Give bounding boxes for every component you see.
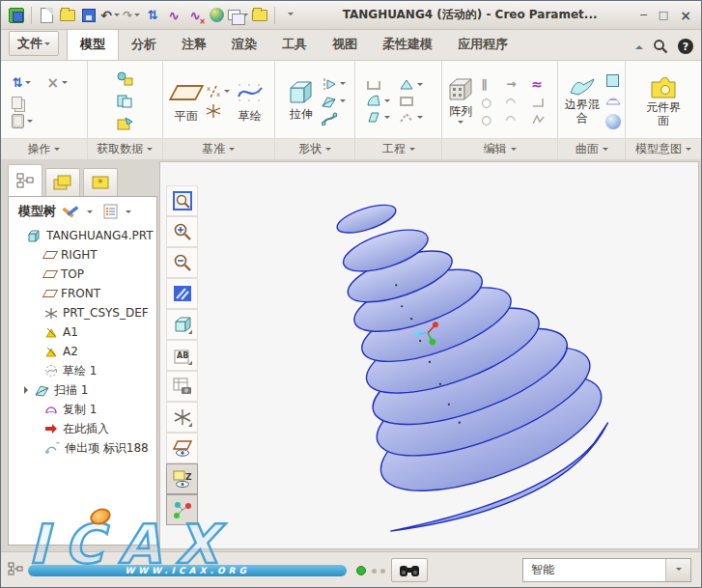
group-label-engineering[interactable]: 工程 — [355, 138, 441, 159]
udf-button[interactable] — [116, 70, 133, 88]
group-label-surfaces[interactable]: 曲面 — [558, 138, 625, 159]
tree-tools-icon[interactable] — [61, 204, 80, 219]
group-label-datum[interactable]: 基准 — [163, 138, 274, 159]
group-label-shapes[interactable]: 形状 — [275, 138, 355, 159]
repaint-button[interactable] — [166, 278, 198, 309]
model-tree-tab[interactable] — [8, 164, 42, 196]
rib-button[interactable] — [399, 112, 432, 124]
tree-item-front[interactable]: FRONT — [9, 284, 156, 303]
tree-item-copy1[interactable]: 复制 1 — [9, 400, 156, 419]
shrinkwrap-button[interactable] — [116, 115, 133, 132]
datum-plane-button[interactable]: 平面 — [170, 77, 203, 126]
find-button[interactable] — [391, 558, 428, 582]
tree-item-sketch1[interactable]: 草绘 1 — [9, 361, 156, 380]
sketch-button[interactable]: 草绘 — [233, 77, 267, 126]
pattern-button[interactable]: 阵列 — [443, 75, 478, 127]
folder-browser-tab[interactable] — [45, 168, 80, 196]
tab-flexible-modeling[interactable]: 柔性建模 — [370, 30, 445, 60]
shell-button[interactable] — [399, 96, 432, 107]
tree-settings-dropdown[interactable] — [126, 210, 131, 216]
component-interface-button[interactable]: 元件界面 — [643, 73, 684, 129]
selection-filter[interactable]: 智能 — [522, 558, 691, 582]
tree-settings-icon[interactable] — [103, 204, 119, 219]
tab-annotate[interactable]: 注释 — [169, 30, 219, 60]
tab-render[interactable]: 渲染 — [219, 30, 269, 60]
file-menu-button[interactable]: 文件 — [9, 31, 59, 56]
group-label-editing[interactable]: 编辑 — [442, 138, 557, 159]
datum-csys-button[interactable] — [206, 103, 230, 119]
tab-view[interactable]: 视图 — [320, 30, 370, 60]
favorites-tab[interactable]: * — [83, 168, 118, 196]
style-button[interactable] — [604, 93, 622, 110]
draft-button[interactable] — [366, 111, 399, 124]
intersect-button[interactable]: ◠ — [506, 113, 531, 126]
csys-display-button[interactable] — [166, 494, 198, 525]
play-regen-button[interactable]: ∿ — [164, 5, 183, 26]
tree-item-insert-here[interactable]: 在此插入 — [9, 419, 156, 438]
paste-button[interactable] — [12, 114, 46, 128]
stop-regen-button[interactable]: ∿× — [185, 5, 205, 26]
hole-button[interactable] — [366, 79, 399, 91]
refit-button[interactable] — [166, 185, 198, 216]
group-label-operations[interactable]: 操作 — [1, 138, 87, 159]
fill-button[interactable] — [604, 72, 622, 90]
appearance-button[interactable] — [207, 5, 226, 26]
tree-item-protrusion[interactable]: "伸出项 标识188 — [9, 438, 156, 458]
copy-button[interactable] — [12, 97, 46, 109]
offset-button[interactable] — [531, 97, 556, 108]
tree-item-a1[interactable]: A1 — [9, 322, 156, 342]
toolbar-overflow-button[interactable] — [280, 5, 299, 26]
display-style-button[interactable] — [166, 309, 198, 340]
freestyle-button[interactable] — [604, 113, 622, 130]
extrude-button[interactable]: 拉伸 — [284, 78, 319, 124]
extend-button[interactable]: → — [506, 77, 531, 91]
selection-filter-dropdown[interactable] — [665, 559, 690, 581]
save-button[interactable] — [79, 5, 98, 26]
navigator-toggle-button[interactable] — [8, 562, 23, 575]
tab-tools[interactable]: 工具 — [269, 30, 320, 60]
tree-item-csys[interactable]: PRT_CSYS_DEF — [9, 303, 156, 322]
expander-icon[interactable] — [24, 386, 32, 394]
group-label-model-intent[interactable]: 模型意图 — [626, 138, 701, 159]
new-file-button[interactable] — [37, 5, 56, 26]
tab-model[interactable]: 模型 — [67, 29, 119, 60]
project-button[interactable]: ≈ — [531, 76, 556, 92]
collapse-ribbon-icon[interactable] — [635, 42, 643, 49]
tag-display-button[interactable]: Z — [166, 463, 198, 494]
group-label-get-data[interactable]: 获取数据 — [88, 138, 162, 159]
undo-button[interactable]: ↶ — [100, 5, 120, 26]
merge-button[interactable]: ◠ — [506, 96, 531, 109]
thicken-button[interactable]: ○ — [481, 113, 506, 126]
close-button[interactable]: × — [680, 8, 691, 23]
boundary-blend-button[interactable]: 边界混合 — [562, 75, 603, 126]
minimize-button[interactable]: ─ — [640, 9, 647, 21]
round-button[interactable] — [366, 95, 399, 107]
open-button[interactable] — [58, 5, 77, 26]
graphics-area[interactable]: AB Z — [159, 161, 699, 549]
maximize-button[interactable]: □ — [659, 9, 668, 21]
datum-axis-button[interactable]: xx — [206, 84, 230, 99]
tree-item-part[interactable]: TANGHUANG4.PRT — [9, 226, 156, 245]
tree-item-sweep1[interactable]: 扫描 1 — [9, 380, 156, 400]
tree-item-right[interactable]: RIGHT — [9, 245, 156, 265]
tree-item-a2[interactable]: A2 — [9, 342, 156, 361]
regenerate-button-qab[interactable]: ⇅ — [143, 5, 162, 26]
plane-display-button[interactable] — [166, 433, 198, 463]
windows-button[interactable] — [228, 5, 248, 26]
delete-button[interactable]: × — [46, 74, 75, 92]
close-window-button[interactable] — [250, 5, 269, 26]
tab-analysis[interactable]: 分析 — [119, 30, 169, 60]
chamfer-button[interactable] — [399, 78, 432, 91]
sweep-button[interactable] — [322, 95, 346, 108]
redo-button[interactable]: ↷ — [122, 5, 141, 26]
search-icon[interactable] — [653, 39, 668, 54]
tab-applications[interactable]: 应用程序 — [445, 30, 520, 60]
copy-geometry-button[interactable] — [116, 93, 133, 110]
tree-item-top[interactable]: TOP — [9, 265, 156, 284]
app-icon[interactable] — [7, 5, 26, 26]
zoom-out-button[interactable] — [166, 247, 198, 278]
mirror-button[interactable]: ∥ — [481, 77, 506, 91]
help-icon[interactable]: ? — [678, 39, 693, 54]
trim-button[interactable]: ○ — [481, 96, 506, 109]
datum-display-button[interactable] — [166, 402, 198, 433]
